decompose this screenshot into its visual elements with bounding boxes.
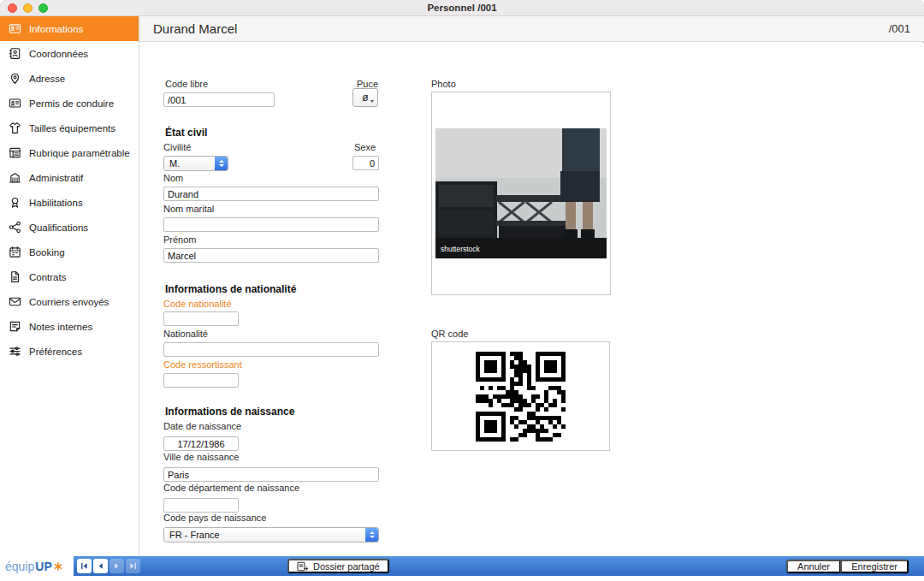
nom-marital-label: Nom marital [163, 204, 214, 214]
sidebar-item-habilitations[interactable]: Habilitations [0, 190, 139, 215]
code-pays-select[interactable]: FR - France [163, 527, 379, 542]
sidebar-item-label: Adresse [29, 74, 65, 84]
app-logo: équipUP [0, 556, 74, 576]
code-nationalite-input[interactable] [163, 311, 239, 326]
sidebar-item-tailles-equipements[interactable]: Tailles équipements [0, 116, 139, 140]
form-content: Code libre Puce ø Photo [139, 43, 924, 556]
prenom-input[interactable] [163, 248, 379, 263]
sidebar-item-adresse[interactable]: Adresse [0, 66, 139, 91]
photo-label: Photo [431, 79, 456, 89]
sidebar-item-preferences[interactable]: Préférences [0, 339, 139, 364]
calendar-icon [9, 246, 21, 258]
nom-marital-input[interactable] [163, 217, 379, 232]
sidebar-item-label: Qualifications [29, 222, 88, 233]
sidebar-item-label: Rubrique paramétrable [29, 148, 130, 158]
sidebar-item-booking[interactable]: Booking [0, 240, 139, 264]
section-etat-civil: État civil [165, 127, 207, 139]
sidebar-item-label: Contrats [29, 272, 66, 282]
t-shirt-icon [9, 122, 21, 134]
previous-record-button[interactable] [93, 559, 108, 573]
record-navigation [77, 559, 140, 573]
sidebar-item-label: Administratif [29, 173, 83, 183]
logo-star-icon [54, 562, 62, 571]
code-libre-input[interactable] [163, 92, 275, 107]
nom-input[interactable] [163, 187, 379, 201]
puce-button[interactable]: ø [352, 88, 378, 107]
shared-folder-icon [297, 561, 309, 572]
code-pays-value: FR - France [164, 530, 365, 540]
sidebar-item-label: Courriers envoyés [29, 297, 109, 307]
photo-frame[interactable]: shutterstock [431, 92, 611, 295]
titlebar: Personnel /001 [0, 0, 924, 16]
logo-text-light: équip [5, 560, 34, 573]
minimize-window-button[interactable] [23, 3, 33, 13]
window-title: Personnel /001 [427, 3, 496, 13]
qr-code-image [476, 352, 566, 442]
sidebar-item-coordonnees[interactable]: Coordonnées [0, 41, 139, 66]
record-title: Durand Marcel [153, 21, 237, 36]
ville-naissance-label: Ville de naissance [163, 452, 239, 462]
last-record-button[interactable] [126, 559, 140, 573]
sidebar: Informations Coordonnées Adresse Permis … [0, 16, 139, 556]
qr-code-label: QR code [431, 329, 468, 339]
sidebar-item-label: Préférences [29, 347, 82, 357]
sidebar-item-label: Coordonnées [29, 49, 88, 59]
civilite-value: M. [164, 158, 215, 169]
date-naissance-input[interactable] [163, 436, 239, 451]
zoom-window-button[interactable] [38, 3, 48, 13]
sidebar-item-permis-de-conduire[interactable]: Permis de conduire [0, 91, 139, 116]
window-bottom-edge [0, 576, 924, 581]
code-libre-label: Code libre [165, 79, 208, 89]
sidebar-item-label: Booking [29, 247, 65, 258]
puce-glyph: ø [362, 92, 368, 104]
driver-card-icon [9, 97, 21, 110]
sidebar-item-label: Habilitations [29, 198, 83, 208]
shared-folder-label: Dossier partagé [313, 561, 380, 572]
sidebar-item-informations[interactable]: Informations [0, 16, 139, 41]
map-pin-icon [9, 72, 21, 85]
footer-bar: équipUP Dossier partagé Annuler Enregis [0, 556, 924, 576]
date-naissance-label: Date de naissance [163, 421, 241, 431]
sidebar-item-label: Notes internes [29, 322, 92, 332]
sidebar-item-label: Permis de conduire [29, 98, 114, 109]
window-controls [8, 3, 48, 13]
cancel-button[interactable]: Annuler [786, 560, 841, 573]
building-icon [9, 171, 21, 184]
civilite-label: Civilité [163, 142, 191, 152]
sidebar-item-rubrique-parametrable[interactable]: Rubrique paramétrable [0, 140, 139, 165]
next-record-button[interactable] [110, 559, 124, 573]
chevron-down-icon [370, 100, 374, 103]
sidebar-item-courriers-envoyes[interactable]: Courriers envoyés [0, 289, 139, 314]
list-table-icon [9, 146, 21, 159]
logo-text-bold: UP [35, 560, 51, 573]
sidebar-item-qualifications[interactable]: Qualifications [0, 215, 139, 240]
network-icon [9, 221, 21, 234]
sidebar-item-contrats[interactable]: Contrats [0, 264, 139, 289]
sexe-label: Sexe [354, 142, 376, 152]
document-icon [9, 270, 21, 283]
save-button[interactable]: Enregistrer [840, 560, 909, 573]
sliders-icon [9, 345, 21, 358]
code-departement-input[interactable] [163, 498, 239, 513]
code-ressortissant-input[interactable] [163, 373, 239, 388]
civilite-select[interactable]: M. [163, 156, 228, 171]
ville-naissance-input[interactable] [163, 467, 379, 482]
code-nationalite-label: Code nationalité [163, 299, 232, 309]
code-ressortissant-label: Code ressortissant [163, 359, 242, 370]
sidebar-item-administratif[interactable]: Administratif [0, 165, 139, 190]
record-code: /001 [889, 22, 910, 35]
nationalite-label: Nationalité [163, 329, 208, 339]
sidebar-item-notes-internes[interactable]: Notes internes [0, 314, 139, 339]
sexe-input[interactable] [352, 156, 379, 170]
nationalite-input[interactable] [163, 342, 379, 357]
stepper-icon [215, 157, 228, 170]
photo-image: shutterstock [435, 128, 607, 258]
shared-folder-button[interactable]: Dossier partagé [287, 559, 389, 573]
record-header: Durand Marcel /001 [139, 16, 924, 42]
close-window-button[interactable] [8, 3, 17, 13]
note-icon [9, 320, 21, 333]
photo-watermark: shutterstock [441, 245, 481, 253]
nom-label: Nom [163, 173, 183, 183]
prenom-label: Prénom [163, 234, 197, 245]
first-record-button[interactable] [77, 559, 92, 573]
